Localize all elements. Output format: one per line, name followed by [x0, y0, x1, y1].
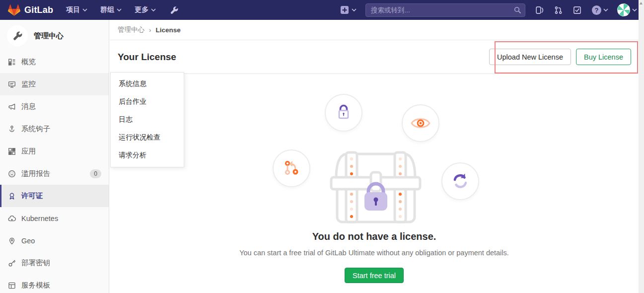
sidebar-title: 管理中心 [34, 31, 64, 41]
sidebar-item-service-templates[interactable]: 服务模板 [0, 274, 109, 293]
padlock-bubble [325, 94, 362, 132]
license-medal-icon [8, 192, 16, 200]
sidebar-context-header[interactable]: 管理中心 [0, 20, 109, 51]
git-fork-icon [282, 159, 301, 178]
chevron-down-icon [352, 8, 357, 11]
sidebar-item-messages[interactable]: 消息 [0, 95, 109, 118]
padlock-icon [334, 103, 353, 122]
sidebar-item-label: 许可证 [21, 191, 43, 201]
search-input[interactable] [365, 3, 525, 17]
wrench-icon [12, 31, 22, 41]
navbar-menu: 项目 群组 更多 [66, 5, 178, 14]
sidebar-item-label: 滥用报告 [21, 169, 50, 178]
buy-license-button[interactable]: Buy License [576, 49, 631, 65]
empty-state: You do not have a license. You can start… [110, 82, 639, 283]
global-search [365, 3, 525, 17]
chevron-down-icon [82, 8, 87, 11]
sync-bubble [441, 162, 479, 200]
chevron-down-icon [603, 8, 608, 11]
chevron-down-icon [632, 8, 637, 11]
scrollbar-up-arrow-icon[interactable] [640, 2, 643, 4]
sidebar-item-overview[interactable]: 概览 [0, 51, 109, 73]
flyout-item-requests-profiles[interactable]: 请求分析 [111, 146, 184, 164]
sidebar-item-applications[interactable]: 应用 [0, 140, 109, 162]
sidebar-item-label: Kubernetes [21, 215, 58, 222]
breadcrumb-admin[interactable]: 管理中心 [118, 25, 144, 34]
admin-sidebar: 管理中心 概览 监控 消息 系统钩子 [0, 20, 109, 293]
admin-area-avatar [7, 25, 28, 46]
abuse-count-badge: 0 [90, 169, 101, 178]
breadcrumb-separator: › [149, 26, 151, 34]
flyout-item-background-jobs[interactable]: 后台作业 [111, 93, 184, 111]
flyout-item-logs[interactable]: 日志 [111, 111, 184, 129]
tanuki-icon [8, 4, 20, 16]
empty-state-subtitle: You can start a free trial of GitLab Ult… [110, 249, 639, 257]
cluster-cloud-icon [8, 215, 16, 222]
eye-icon [410, 116, 431, 131]
eye-bubble [402, 104, 439, 142]
search-icon [513, 6, 521, 14]
nav-groups[interactable]: 群组 [100, 5, 122, 14]
page-title: Your License [118, 52, 176, 63]
sidebar-item-license[interactable]: 许可证 [0, 185, 109, 207]
overview-icon [8, 58, 16, 66]
location-pin-icon [8, 237, 16, 245]
sidebar-item-label: Geo [21, 237, 35, 245]
nav-projects[interactable]: 项目 [66, 5, 87, 14]
flyout-item-health-check[interactable]: 运行状况检查 [111, 129, 184, 146]
sidebar-item-kubernetes[interactable]: Kubernetes [0, 207, 109, 229]
issues-icon[interactable] [535, 6, 544, 14]
no-license-illustration [260, 82, 489, 229]
sidebar-item-monitoring[interactable]: 监控 [0, 73, 109, 95]
sync-arrows-icon [451, 172, 470, 191]
gitlab-admin-license-page: GitLab 项目 群组 更多 [0, 0, 644, 293]
sidebar-item-deploy-keys[interactable]: 部署密钥 [0, 252, 109, 274]
breadcrumb: 管理中心 › License [110, 20, 639, 40]
template-icon [8, 282, 16, 290]
sidebar-item-label: 部署密钥 [21, 258, 50, 268]
monitor-icon [8, 80, 16, 88]
upload-new-license-button[interactable]: Upload New License [489, 49, 571, 65]
sidebar-item-label: 消息 [21, 102, 36, 111]
page-header: Your License Upload New License Buy Lice… [110, 40, 639, 74]
chevron-down-icon [117, 8, 122, 11]
main-content: 管理中心 › License Your License Upload New L… [110, 20, 639, 293]
sidebar-item-label: 概览 [21, 57, 36, 67]
gitlab-logo[interactable]: GitLab [8, 4, 53, 16]
git-fork-bubble [273, 149, 310, 187]
plus-icon [340, 5, 349, 14]
user-avatar [617, 3, 630, 16]
megaphone-icon [8, 103, 16, 111]
sidebar-item-geo[interactable]: Geo [0, 229, 109, 252]
abuse-face-icon [8, 170, 16, 178]
sidebar-item-abuse-reports[interactable]: 滥用报告 0 [0, 162, 109, 185]
sidebar-item-label: 监控 [21, 79, 36, 89]
help-icon: ? [592, 5, 601, 15]
top-navbar: GitLab 项目 群组 更多 [0, 0, 644, 20]
empty-state-title: You do not have a license. [110, 231, 639, 242]
sidebar-item-label: 系统钩子 [21, 124, 50, 134]
flyout-item-system-info[interactable]: 系统信息 [111, 75, 184, 93]
sidebar-item-label: 应用 [21, 146, 36, 156]
treasure-chest-graphic [330, 150, 422, 224]
applications-icon [8, 147, 16, 155]
key-icon [8, 259, 16, 267]
hook-icon [8, 125, 16, 133]
user-menu[interactable] [617, 3, 637, 16]
monitoring-flyout-menu: 系统信息 后台作业 日志 运行状况检查 请求分析 [110, 72, 184, 167]
page-scrollbar[interactable] [639, 0, 644, 293]
brand-name: GitLab [24, 5, 53, 15]
navbar-right: ? [340, 3, 637, 17]
sidebar-item-system-hooks[interactable]: 系统钩子 [0, 118, 109, 140]
todos-icon[interactable] [573, 6, 581, 14]
breadcrumb-current: License [156, 26, 181, 34]
help-menu[interactable]: ? [592, 5, 608, 15]
sidebar-item-label: 服务模板 [21, 281, 50, 290]
new-menu-button[interactable] [340, 5, 357, 14]
header-actions: Upload New License Buy License [489, 49, 631, 65]
admin-wrench-icon[interactable] [170, 6, 178, 14]
nav-more[interactable]: 更多 [135, 5, 156, 14]
merge-request-icon[interactable] [554, 6, 563, 14]
chevron-down-icon [151, 8, 156, 11]
start-free-trial-button[interactable]: Start free trial [345, 268, 404, 283]
